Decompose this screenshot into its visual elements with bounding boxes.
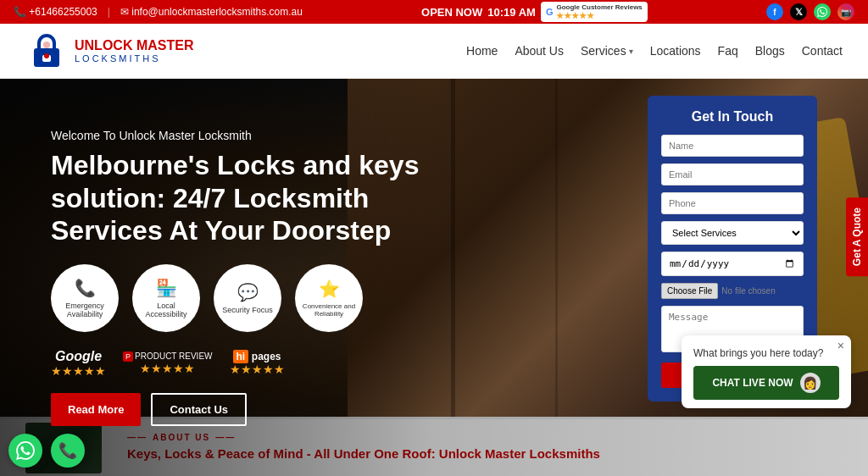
top-bar: 📞 +61466255003 | ✉ info@unlockmasterlock… xyxy=(0,0,868,24)
whatsapp-icon[interactable] xyxy=(814,3,831,20)
chat-text: What brings you here today? xyxy=(693,347,839,359)
feature-circles: 📞 Emergency Availability 🏪 Local Accessi… xyxy=(51,264,460,332)
google-reviews-badge: G Google Customer Reviews ★★★★★ xyxy=(541,2,648,22)
ratings-row: Google ★★★★★ P PRODUCT REVIEW ★★★★★ hi p… xyxy=(51,349,460,378)
product-review-rating: P PRODUCT REVIEW ★★★★★ xyxy=(123,351,213,375)
feature-security: 💬 Security Focus xyxy=(214,264,281,332)
file-input-row: Choose File No file chosen xyxy=(661,283,804,299)
facebook-icon[interactable]: f xyxy=(766,3,783,20)
name-input[interactable] xyxy=(661,135,804,157)
logo[interactable]: UNLOCK MASTER LOCKSMITHS xyxy=(25,30,193,72)
hipages-rating: hi pages ★★★★★ xyxy=(230,350,285,376)
email-icon: ✉ xyxy=(120,6,129,18)
svg-point-3 xyxy=(43,42,50,48)
service-select[interactable]: Select Services xyxy=(661,221,804,245)
nav-locations[interactable]: Locations xyxy=(650,44,701,58)
header: UNLOCK MASTER LOCKSMITHS Home About Us S… xyxy=(0,24,868,79)
main-nav: Home About Us Services ▾ Locations Faq B… xyxy=(466,44,843,58)
nav-home[interactable]: Home xyxy=(466,44,498,58)
security-circle-icon: 💬 xyxy=(237,282,259,302)
phone-float-button[interactable]: 📞 xyxy=(51,434,85,468)
local-circle-icon: 🏪 xyxy=(156,278,177,298)
hero-subtitle: Welcome To Unlock Master Locksmith xyxy=(51,129,460,142)
chat-live-now-button[interactable]: CHAT LIVE NOW 👩 xyxy=(693,366,839,400)
hero-title: Melbourne's Locks and keys solution: 24/… xyxy=(51,149,460,246)
read-more-button[interactable]: Read More xyxy=(51,393,141,426)
instagram-icon[interactable]: 📷 xyxy=(837,3,854,20)
logo-text: UNLOCK MASTER LOCKSMITHS xyxy=(75,38,193,64)
contact-us-button[interactable]: Contact Us xyxy=(151,393,247,426)
feature-emergency: 📞 Emergency Availability xyxy=(51,264,119,332)
twitter-icon[interactable]: 𝕏 xyxy=(790,3,807,20)
nav-about[interactable]: About Us xyxy=(515,44,564,58)
hero-content: Welcome To Unlock Master Locksmith Melbo… xyxy=(0,79,477,476)
chat-widget: × What brings you here today? CHAT LIVE … xyxy=(682,335,851,408)
hero-buttons: Read More Contact Us xyxy=(51,393,460,426)
phone-icon: 📞 xyxy=(14,6,26,18)
social-links: f 𝕏 📷 xyxy=(766,3,854,20)
email-contact[interactable]: ✉ info@unlockmasterlocksmiths.com.au xyxy=(120,6,303,18)
svg-point-2 xyxy=(44,53,49,58)
file-label: No file chosen xyxy=(721,286,775,296)
services-dropdown-arrow: ▾ xyxy=(629,47,633,56)
date-input[interactable] xyxy=(661,252,804,276)
phone-input[interactable] xyxy=(661,192,804,214)
choose-file-button[interactable]: Choose File xyxy=(661,283,718,299)
nav-blogs[interactable]: Blogs xyxy=(755,44,785,58)
google-rating: Google ★★★★★ xyxy=(51,349,106,378)
nav-services[interactable]: Services ▾ xyxy=(581,44,633,58)
feature-reliability: ⭐ Convenience and Reliability xyxy=(295,264,363,332)
chat-close-button[interactable]: × xyxy=(837,339,844,352)
form-title: Get In Touch xyxy=(661,109,804,125)
phone-circle-icon: 📞 xyxy=(75,278,96,298)
feature-local: 🏪 Local Accessibility xyxy=(132,264,200,332)
logo-icon xyxy=(25,30,68,72)
reliability-circle-icon: ⭐ xyxy=(319,279,340,299)
top-bar-contact: 📞 +61466255003 | ✉ info@unlockmasterlock… xyxy=(14,6,303,18)
get-quote-tab[interactable]: Get A Quote xyxy=(846,197,868,276)
hero-section: Welcome To Unlock Master Locksmith Melbo… xyxy=(0,79,868,476)
open-now-badge: OPEN NOW 10:19 AM G Google Customer Revi… xyxy=(421,2,648,22)
nav-contact[interactable]: Contact xyxy=(802,44,843,58)
phone-contact[interactable]: 📞 +61466255003 xyxy=(14,6,97,18)
whatsapp-float-button[interactable] xyxy=(8,434,42,468)
email-input[interactable] xyxy=(661,163,804,185)
nav-faq[interactable]: Faq xyxy=(718,44,738,58)
chat-avatar: 👩 xyxy=(800,373,821,393)
